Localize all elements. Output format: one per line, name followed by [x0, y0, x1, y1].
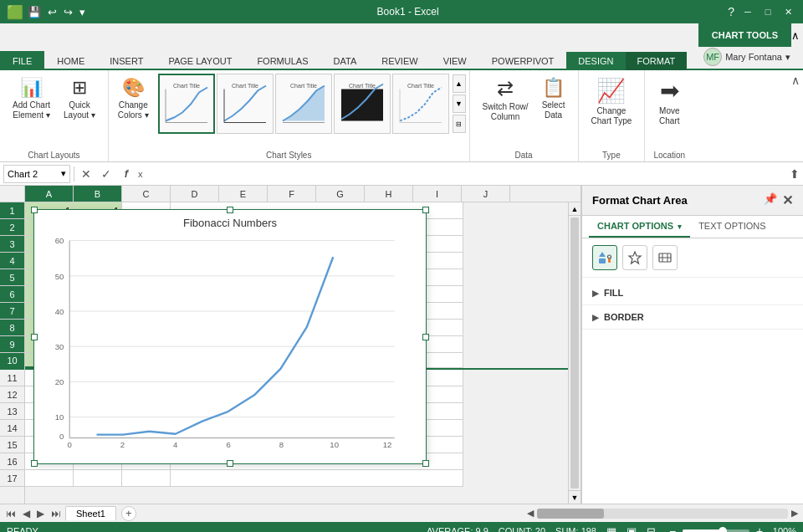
cell-d17[interactable] — [171, 470, 463, 487]
confirm-formula-button[interactable]: ✓ — [98, 166, 115, 182]
tab-home[interactable]: HOME — [44, 51, 97, 70]
format-fill-icon-button[interactable] — [592, 245, 617, 270]
switch-row-column-button[interactable]: ⇄ Switch Row/Column — [477, 74, 534, 125]
collapse-ribbon-button[interactable]: ∧ — [791, 74, 800, 87]
sheet-nav-last[interactable]: ⏭ — [49, 508, 64, 519]
sheet-scroll-right[interactable]: ▶ — [790, 508, 800, 519]
change-colors-button[interactable]: 🎨 ChangeColors ▾ — [112, 74, 155, 124]
chart-style-scroll-more[interactable]: ⊟ — [453, 115, 466, 133]
column-header-f[interactable]: F — [268, 186, 316, 202]
column-header-h[interactable]: H — [365, 186, 413, 202]
tab-powerpivot[interactable]: POWERPIVOT — [479, 51, 567, 70]
fill-section-header[interactable]: ▶ FILL — [582, 281, 803, 304]
row-header-14[interactable]: 14 — [0, 420, 24, 437]
row-header-4[interactable]: 4 — [0, 253, 24, 269]
horizontal-scrollbar-thumb[interactable] — [537, 509, 604, 519]
row-header-3[interactable]: 3 — [0, 236, 24, 253]
tab-file[interactable]: FILE — [0, 51, 44, 70]
collapse-ribbon-icon[interactable]: ∧ — [791, 29, 800, 42]
minimize-button[interactable]: ─ — [739, 4, 756, 19]
add-sheet-button[interactable]: + — [121, 506, 136, 521]
page-break-view-button[interactable]: ⊟ — [647, 525, 656, 533]
tab-formulas[interactable]: FORMULAS — [244, 51, 320, 70]
row-header-9[interactable]: 9 — [0, 336, 24, 353]
cell-b17[interactable] — [74, 470, 122, 487]
add-chart-element-button[interactable]: 📊 Add ChartElement ▾ — [7, 74, 56, 124]
maximize-button[interactable]: □ — [760, 4, 776, 19]
column-header-j[interactable]: J — [462, 186, 510, 202]
row-header-12[interactable]: 12 — [0, 386, 24, 403]
sheet-nav-next[interactable]: ▶ — [34, 508, 47, 519]
column-header-a[interactable]: A — [25, 186, 74, 202]
chart-style-scroll-down[interactable]: ▼ — [453, 95, 466, 113]
row-header-10[interactable]: 10 — [0, 353, 24, 370]
zoom-in-button[interactable]: + — [753, 524, 766, 532]
sheet-tab-sheet1[interactable]: Sheet1 — [65, 506, 116, 520]
row-header-7[interactable]: 7 — [0, 303, 24, 320]
formula-input[interactable] — [146, 165, 787, 183]
vertical-scrollbar[interactable]: ▲ ▼ — [568, 202, 581, 504]
tab-insert[interactable]: INSERT — [97, 51, 156, 70]
cell-c17[interactable] — [122, 470, 171, 487]
row-header-1[interactable]: 1 — [0, 202, 24, 219]
format-tab-chart-options[interactable]: CHART OPTIONS ▾ — [589, 216, 690, 238]
page-layout-view-button[interactable]: ▣ — [627, 525, 637, 533]
undo-quick-btn[interactable]: ↩ — [45, 6, 59, 18]
collapse-formula-button[interactable]: ⬆ — [790, 167, 800, 181]
horizontal-scrollbar-track[interactable] — [537, 509, 788, 519]
row-header-15[interactable]: 15 — [0, 437, 24, 453]
row-header-16[interactable]: 16 — [0, 453, 24, 470]
select-data-button[interactable]: 📋 SelectData — [536, 74, 571, 124]
chart-style-2[interactable]: Chart Title — [217, 74, 274, 134]
column-header-e[interactable]: E — [219, 186, 268, 202]
row-header-6[interactable]: 6 — [0, 286, 24, 303]
tab-page-layout[interactable]: PAGE LAYOUT — [156, 51, 244, 70]
sheet-nav-prev[interactable]: ◀ — [20, 508, 33, 519]
cancel-formula-button[interactable]: ✕ — [78, 166, 95, 182]
row-header-8[interactable]: 8 — [0, 320, 24, 336]
column-header-c[interactable]: C — [122, 186, 171, 202]
insert-function-button[interactable]: f — [118, 166, 135, 182]
format-effects-icon-button[interactable] — [622, 245, 647, 270]
chart-container[interactable]: Fibonacci Numbers 60 50 40 30 20 10 0 — [33, 209, 427, 464]
row-header-2[interactable]: 2 — [0, 219, 24, 236]
zoom-level[interactable]: 100% — [770, 526, 796, 532]
tab-data[interactable]: DATA — [321, 51, 370, 70]
chart-style-3[interactable]: Chart Title — [275, 74, 332, 134]
normal-view-button[interactable]: ▦ — [606, 525, 616, 533]
chart-style-1[interactable]: Chart Title — [158, 74, 215, 134]
tab-design[interactable]: DESIGN — [566, 52, 625, 70]
help-icon[interactable]: ? — [728, 5, 734, 18]
row-header-5[interactable]: 5 — [0, 269, 24, 286]
close-button[interactable]: ✕ — [780, 4, 796, 19]
tab-format[interactable]: FORMAT — [626, 52, 688, 70]
column-header-b[interactable]: B — [74, 186, 122, 202]
customize-quick-btn[interactable]: ▾ — [77, 6, 88, 18]
zoom-slider-thumb[interactable] — [719, 527, 727, 532]
tab-review[interactable]: REVIEW — [369, 51, 430, 70]
move-chart-button[interactable]: ➡ MoveChart — [652, 74, 687, 130]
column-header-g[interactable]: G — [316, 186, 365, 202]
row-header-13[interactable]: 13 — [0, 403, 24, 420]
format-panel-pin-button[interactable]: 📌 — [764, 192, 777, 208]
tab-view[interactable]: VIEW — [431, 51, 479, 70]
quick-layout-button[interactable]: ⊞ QuickLayout ▾ — [58, 74, 101, 124]
row-header-17[interactable]: 17 — [0, 470, 24, 487]
sheet-scroll-left[interactable]: ◀ — [525, 508, 535, 519]
change-chart-type-button[interactable]: 📈 ChangeChart Type — [586, 74, 638, 130]
sheet-nav-first[interactable]: ⏮ — [3, 508, 18, 519]
chart-style-4[interactable]: Chart Title — [334, 74, 391, 134]
border-section-header[interactable]: ▶ BORDER — [582, 305, 803, 329]
redo-quick-btn[interactable]: ↪ — [61, 6, 75, 18]
format-panel-close-button[interactable]: ✕ — [782, 192, 793, 208]
scrollbar-thumb[interactable] — [570, 217, 579, 489]
column-header-i[interactable]: I — [413, 186, 462, 202]
chart-style-5[interactable]: Chart Title — [392, 74, 449, 134]
format-tab-text-options[interactable]: TEXT OPTIONS — [690, 216, 774, 238]
save-quick-btn[interactable]: 💾 — [25, 6, 43, 18]
name-box[interactable]: Chart 2 ▾ — [3, 165, 70, 183]
format-size-icon-button[interactable] — [652, 245, 678, 270]
chart-style-scroll-up[interactable]: ▲ — [453, 74, 466, 93]
row-header-11[interactable]: 11 — [0, 370, 24, 386]
select-all-button[interactable] — [0, 186, 25, 202]
